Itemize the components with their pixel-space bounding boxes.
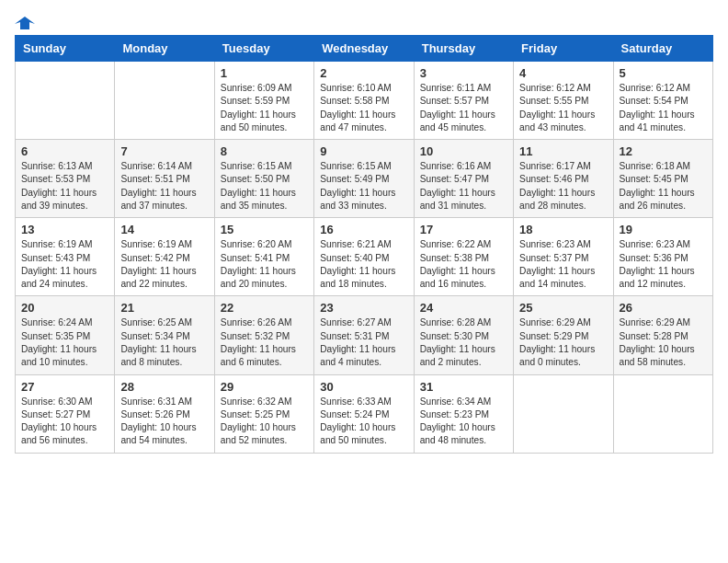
calendar-cell: 19Sunrise: 6:23 AMSunset: 5:36 PMDayligh…	[613, 218, 712, 296]
calendar-cell: 9Sunrise: 6:15 AMSunset: 5:49 PMDaylight…	[314, 140, 414, 218]
day-info: Sunrise: 6:23 AMSunset: 5:37 PMDaylight:…	[519, 238, 607, 291]
day-number: 16	[320, 223, 407, 236]
day-info: Sunrise: 6:09 AMSunset: 5:59 PMDaylight:…	[221, 82, 308, 134]
day-info: Sunrise: 6:12 AMSunset: 5:55 PMDaylight:…	[519, 82, 607, 134]
day-info: Sunrise: 6:23 AMSunset: 5:36 PMDaylight:…	[620, 238, 707, 291]
calendar-cell	[115, 62, 214, 140]
calendar-cell: 7Sunrise: 6:14 AMSunset: 5:51 PMDaylight…	[115, 140, 214, 218]
day-number: 14	[120, 223, 208, 236]
day-info: Sunrise: 6:26 AMSunset: 5:32 PMDaylight:…	[221, 316, 308, 369]
day-info: Sunrise: 6:19 AMSunset: 5:42 PMDaylight:…	[120, 238, 208, 291]
day-number: 12	[620, 144, 707, 158]
weekday-header-friday: Friday	[514, 36, 613, 62]
calendar-cell: 6Sunrise: 6:13 AMSunset: 5:53 PMDaylight…	[16, 140, 115, 218]
day-info: Sunrise: 6:16 AMSunset: 5:47 PMDaylight:…	[420, 160, 507, 213]
day-info: Sunrise: 6:13 AMSunset: 5:53 PMDaylight:…	[21, 160, 108, 213]
day-number: 3	[420, 66, 507, 80]
day-info: Sunrise: 6:22 AMSunset: 5:38 PMDaylight:…	[420, 238, 507, 291]
day-info: Sunrise: 6:20 AMSunset: 5:41 PMDaylight:…	[221, 238, 308, 291]
day-info: Sunrise: 6:27 AMSunset: 5:31 PMDaylight:…	[320, 316, 407, 369]
weekday-header-sunday: Sunday	[16, 36, 115, 62]
day-number: 1	[221, 66, 308, 80]
calendar-cell: 4Sunrise: 6:12 AMSunset: 5:55 PMDaylight…	[514, 62, 613, 140]
day-info: Sunrise: 6:24 AMSunset: 5:35 PMDaylight:…	[21, 316, 108, 369]
day-number: 9	[320, 144, 407, 158]
calendar-cell: 15Sunrise: 6:20 AMSunset: 5:41 PMDayligh…	[214, 218, 313, 296]
calendar-cell: 30Sunrise: 6:33 AMSunset: 5:24 PMDayligh…	[314, 374, 414, 453]
day-info: Sunrise: 6:28 AMSunset: 5:30 PMDaylight:…	[420, 316, 507, 369]
calendar-cell: 22Sunrise: 6:26 AMSunset: 5:32 PMDayligh…	[214, 296, 313, 374]
weekday-header-tuesday: Tuesday	[214, 36, 313, 62]
calendar-cell: 11Sunrise: 6:17 AMSunset: 5:46 PMDayligh…	[514, 140, 613, 218]
day-number: 13	[21, 223, 108, 236]
day-info: Sunrise: 6:33 AMSunset: 5:24 PMDaylight:…	[320, 396, 407, 448]
day-number: 15	[221, 223, 308, 236]
calendar-cell: 28Sunrise: 6:31 AMSunset: 5:26 PMDayligh…	[115, 374, 214, 453]
day-info: Sunrise: 6:18 AMSunset: 5:45 PMDaylight:…	[620, 160, 707, 213]
calendar-cell: 17Sunrise: 6:22 AMSunset: 5:38 PMDayligh…	[414, 218, 513, 296]
day-info: Sunrise: 6:32 AMSunset: 5:25 PMDaylight:…	[221, 396, 308, 448]
calendar-cell: 26Sunrise: 6:29 AMSunset: 5:28 PMDayligh…	[613, 296, 712, 374]
calendar-cell: 5Sunrise: 6:12 AMSunset: 5:54 PMDaylight…	[613, 62, 712, 140]
day-info: Sunrise: 6:25 AMSunset: 5:34 PMDaylight:…	[120, 316, 208, 369]
weekday-header-row: SundayMondayTuesdayWednesdayThursdayFrid…	[16, 36, 713, 62]
weekday-header-wednesday: Wednesday	[314, 36, 414, 62]
calendar-cell: 3Sunrise: 6:11 AMSunset: 5:57 PMDaylight…	[414, 62, 513, 140]
day-number: 10	[420, 144, 507, 158]
day-number: 8	[221, 144, 308, 158]
day-number: 19	[620, 223, 707, 236]
day-info: Sunrise: 6:30 AMSunset: 5:27 PMDaylight:…	[21, 396, 108, 448]
calendar-cell: 18Sunrise: 6:23 AMSunset: 5:37 PMDayligh…	[514, 218, 613, 296]
day-number: 25	[519, 301, 607, 315]
day-number: 29	[221, 380, 308, 394]
day-number: 20	[21, 301, 108, 315]
day-number: 21	[120, 301, 208, 315]
calendar-cell: 20Sunrise: 6:24 AMSunset: 5:35 PMDayligh…	[16, 296, 115, 374]
calendar-cell: 25Sunrise: 6:29 AMSunset: 5:29 PMDayligh…	[514, 296, 613, 374]
day-number: 18	[519, 223, 607, 236]
calendar-cell: 8Sunrise: 6:15 AMSunset: 5:50 PMDaylight…	[214, 140, 313, 218]
calendar-cell: 21Sunrise: 6:25 AMSunset: 5:34 PMDayligh…	[115, 296, 214, 374]
calendar-cell: 12Sunrise: 6:18 AMSunset: 5:45 PMDayligh…	[613, 140, 712, 218]
day-number: 24	[420, 301, 507, 315]
day-info: Sunrise: 6:19 AMSunset: 5:43 PMDaylight:…	[21, 238, 108, 291]
calendar-week-row: 6Sunrise: 6:13 AMSunset: 5:53 PMDaylight…	[16, 140, 713, 218]
day-number: 7	[120, 144, 208, 158]
calendar-cell: 2Sunrise: 6:10 AMSunset: 5:58 PMDaylight…	[314, 62, 414, 140]
day-info: Sunrise: 6:15 AMSunset: 5:49 PMDaylight:…	[320, 160, 407, 213]
weekday-header-thursday: Thursday	[414, 36, 513, 62]
day-number: 4	[519, 66, 607, 80]
calendar-table: SundayMondayTuesdayWednesdayThursdayFrid…	[15, 35, 713, 454]
calendar-cell: 16Sunrise: 6:21 AMSunset: 5:40 PMDayligh…	[314, 218, 414, 296]
day-info: Sunrise: 6:12 AMSunset: 5:54 PMDaylight:…	[620, 82, 707, 134]
calendar-cell	[16, 62, 115, 140]
day-number: 30	[320, 380, 407, 394]
day-number: 17	[420, 223, 507, 236]
weekday-header-monday: Monday	[115, 36, 214, 62]
calendar-cell: 14Sunrise: 6:19 AMSunset: 5:42 PMDayligh…	[115, 218, 214, 296]
day-info: Sunrise: 6:17 AMSunset: 5:46 PMDaylight:…	[519, 160, 607, 213]
calendar-cell: 10Sunrise: 6:16 AMSunset: 5:47 PMDayligh…	[414, 140, 513, 218]
day-number: 23	[320, 301, 407, 315]
day-info: Sunrise: 6:29 AMSunset: 5:29 PMDaylight:…	[519, 316, 607, 369]
day-info: Sunrise: 6:21 AMSunset: 5:40 PMDaylight:…	[320, 238, 407, 291]
logo	[15, 15, 35, 28]
calendar-week-row: 13Sunrise: 6:19 AMSunset: 5:43 PMDayligh…	[16, 218, 713, 296]
weekday-header-saturday: Saturday	[613, 36, 712, 62]
day-number: 5	[620, 66, 707, 80]
calendar-cell: 27Sunrise: 6:30 AMSunset: 5:27 PMDayligh…	[16, 374, 115, 453]
calendar-cell: 1Sunrise: 6:09 AMSunset: 5:59 PMDaylight…	[214, 62, 313, 140]
calendar-cell: 24Sunrise: 6:28 AMSunset: 5:30 PMDayligh…	[414, 296, 513, 374]
page-header	[15, 15, 713, 28]
calendar-cell	[514, 374, 613, 453]
day-number: 2	[320, 66, 407, 80]
day-info: Sunrise: 6:15 AMSunset: 5:50 PMDaylight:…	[221, 160, 308, 213]
calendar-cell: 23Sunrise: 6:27 AMSunset: 5:31 PMDayligh…	[314, 296, 414, 374]
calendar-cell	[613, 374, 712, 453]
day-number: 28	[120, 380, 208, 394]
day-number: 6	[21, 144, 108, 158]
day-info: Sunrise: 6:31 AMSunset: 5:26 PMDaylight:…	[120, 396, 208, 448]
day-number: 26	[620, 301, 707, 315]
logo-bird-icon	[15, 15, 35, 31]
day-info: Sunrise: 6:34 AMSunset: 5:23 PMDaylight:…	[420, 396, 507, 448]
